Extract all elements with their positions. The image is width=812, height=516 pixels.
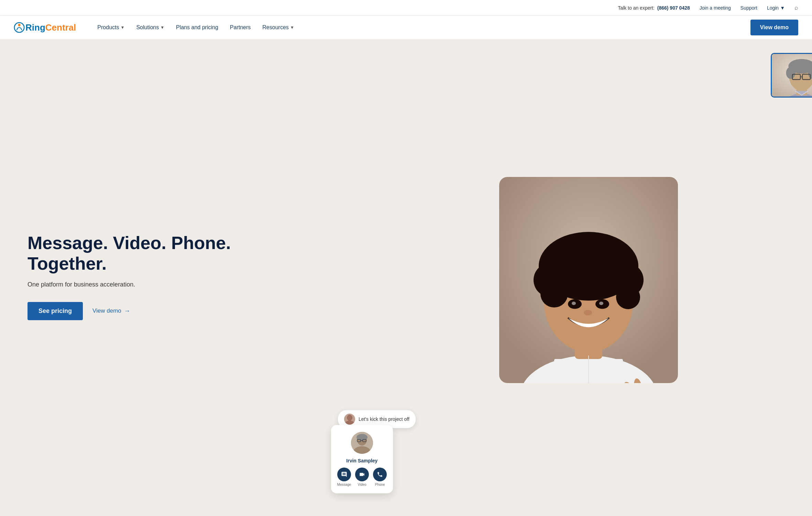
contact-message-action: Message — [337, 468, 351, 486]
contact-actions: Message Video — [337, 468, 387, 486]
top-bar: Talk to an expert: (866) 907 0428 Join a… — [0, 0, 812, 16]
svg-point-40 — [347, 415, 352, 421]
login-button[interactable]: Login ▼ — [767, 5, 785, 11]
main-video-area — [499, 177, 678, 383]
arrow-right-icon: → — [124, 307, 130, 315]
svg-point-20 — [599, 302, 603, 305]
bubble-text: Let's kick this project off — [359, 416, 409, 422]
video-action-button[interactable] — [355, 468, 369, 481]
see-pricing-button[interactable]: See pricing — [28, 302, 83, 320]
svg-point-14 — [573, 240, 604, 271]
contact-phone-action: Phone — [373, 468, 387, 486]
contact-text: Talk to an expert: (866) 907 0428 — [618, 5, 690, 11]
search-icon[interactable]: ⌕ — [794, 4, 798, 11]
svg-point-15 — [546, 255, 572, 281]
hero-section: Message. Video. Phone. Together. One pla… — [0, 39, 812, 514]
logo-central-text: Central — [45, 22, 76, 33]
view-demo-button[interactable]: View demo — [750, 20, 798, 35]
contact-avatar — [351, 432, 373, 454]
contact-name: Irvin Sampley — [346, 458, 377, 463]
hero-left: Message. Video. Phone. Together. One pla… — [0, 39, 365, 514]
phone-label: Phone — [375, 483, 385, 486]
phone-number[interactable]: (866) 907 0428 — [657, 5, 690, 11]
nav-plans-pricing[interactable]: Plans and pricing — [171, 22, 223, 33]
secondary-video — [771, 53, 812, 98]
chevron-down-icon: ▼ — [290, 25, 294, 30]
nav-products[interactable]: Products ▼ — [92, 22, 129, 33]
svg-point-34 — [786, 67, 795, 79]
message-avatar — [344, 414, 355, 425]
svg-point-21 — [584, 310, 592, 315]
hero-buttons: See pricing View demo → — [28, 302, 345, 320]
chevron-down-icon: ▼ — [780, 5, 785, 11]
join-meeting-link[interactable]: Join a meeting — [700, 5, 731, 11]
hero-subtext: One platform for business acceleration. — [28, 281, 345, 288]
chevron-down-icon: ▼ — [120, 25, 124, 30]
svg-point-10 — [540, 280, 568, 307]
message-action-button[interactable] — [337, 468, 351, 481]
main-nav: RingCentral Products ▼ Solutions ▼ Plans… — [0, 16, 812, 39]
phone-action-button[interactable] — [373, 468, 387, 481]
support-link[interactable]: Support — [740, 5, 757, 11]
svg-point-11 — [616, 285, 640, 309]
view-demo-link[interactable]: View demo → — [92, 307, 130, 315]
chevron-down-icon: ▼ — [160, 25, 164, 30]
svg-point-19 — [572, 302, 576, 305]
logo-ring-text: Ring — [25, 22, 45, 33]
logo[interactable]: RingCentral — [14, 22, 76, 33]
nav-links: Products ▼ Solutions ▼ Plans and pricing… — [92, 22, 299, 33]
svg-point-1 — [18, 24, 20, 26]
nav-solutions[interactable]: Solutions ▼ — [131, 22, 169, 33]
hero-headline: Message. Video. Phone. Together. — [28, 233, 345, 274]
svg-point-16 — [605, 255, 631, 281]
nav-resources[interactable]: Resources ▼ — [257, 22, 299, 33]
nav-partners[interactable]: Partners — [225, 22, 255, 33]
contact-card: Irvin Sampley Message — [331, 425, 393, 493]
hero-right: Let's kick this project off Irvin Sample… — [365, 39, 812, 514]
video-label: Video — [358, 483, 366, 486]
message-label: Message — [337, 483, 351, 486]
contact-video-action: Video — [355, 468, 369, 486]
